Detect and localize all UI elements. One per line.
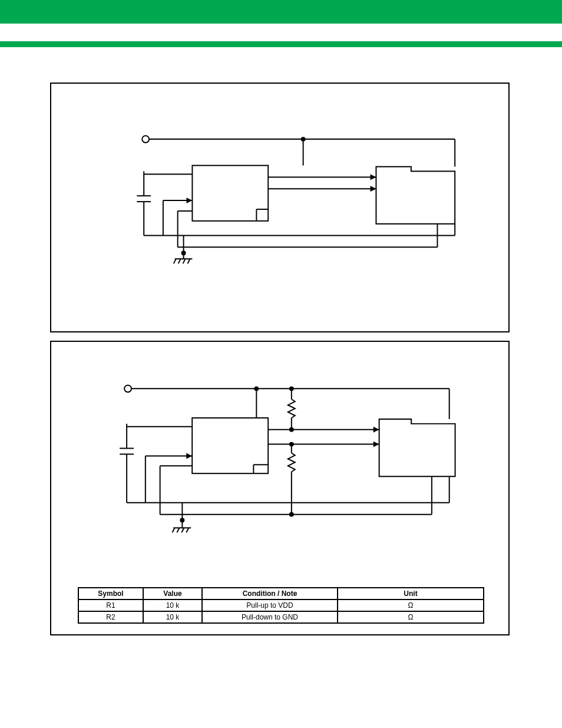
td-r1-val: 10 k — [143, 599, 202, 611]
r1-zigzag — [288, 399, 295, 418]
gnd-h3 — [183, 259, 186, 263]
r2-zigzag — [288, 453, 295, 472]
diagram-1-svg-wrap — [51, 84, 508, 331]
header-green-bar — [0, 0, 562, 24]
resistor-table: Symbol Value Condition / Note Unit R1 10… — [78, 587, 484, 624]
block-2-rect-2 — [379, 419, 455, 476]
th-unit: Unit — [338, 588, 484, 599]
signal-b-arrow — [371, 186, 376, 192]
ret-1-arrow — [186, 453, 192, 459]
td-r2-cond: Pull-down to GND — [202, 611, 338, 623]
td-r2-unit: Ω — [338, 611, 484, 623]
table-header-row: Symbol Value Condition / Note Unit — [78, 588, 484, 599]
td-r2-val: 10 k — [143, 611, 202, 623]
td-r1-unit: Ω — [338, 599, 484, 611]
diagram-2-box: Symbol Value Condition / Note Unit R1 10… — [50, 341, 510, 635]
page-content: Symbol Value Condition / Note Unit R1 10… — [0, 47, 562, 667]
gnd-h4 — [187, 259, 190, 263]
arrow-into-block1 — [187, 197, 193, 203]
table-row: R2 10 k Pull-down to GND Ω — [78, 611, 484, 623]
sig-b-arrow-2 — [373, 442, 379, 447]
gnd-node — [181, 251, 186, 255]
th-value: Value — [143, 588, 202, 599]
gnd-h2 — [178, 259, 181, 263]
block-2-rect — [376, 167, 455, 224]
th-condition: Condition / Note — [202, 588, 338, 599]
sig-a-arrow-2 — [373, 427, 379, 433]
td-r1-cond: Pull-up to VDD — [202, 599, 338, 611]
gnd-h4-2 — [186, 528, 189, 532]
diagram-1-box — [50, 83, 510, 332]
gnd-h2-2 — [177, 528, 179, 532]
diagram-1-svg — [51, 84, 508, 331]
header-green-thin-bar — [0, 41, 562, 47]
sig-a-node — [289, 427, 294, 432]
th-symbol: Symbol — [78, 588, 143, 599]
vdd-terminal-icon-2 — [124, 385, 131, 392]
vdd-terminal-icon — [142, 136, 149, 143]
gnd-h1-2 — [172, 528, 174, 532]
gnd-h3-2 — [181, 528, 184, 532]
vdd-node-1 — [301, 137, 306, 141]
td-r1-sym: R1 — [78, 599, 143, 611]
signal-a-arrow — [371, 174, 376, 180]
table-row: R1 10 k Pull-up to VDD Ω — [78, 599, 484, 611]
td-r2-sym: R2 — [78, 611, 143, 623]
header-white-gap — [0, 24, 562, 41]
gnd-h1 — [174, 259, 176, 263]
